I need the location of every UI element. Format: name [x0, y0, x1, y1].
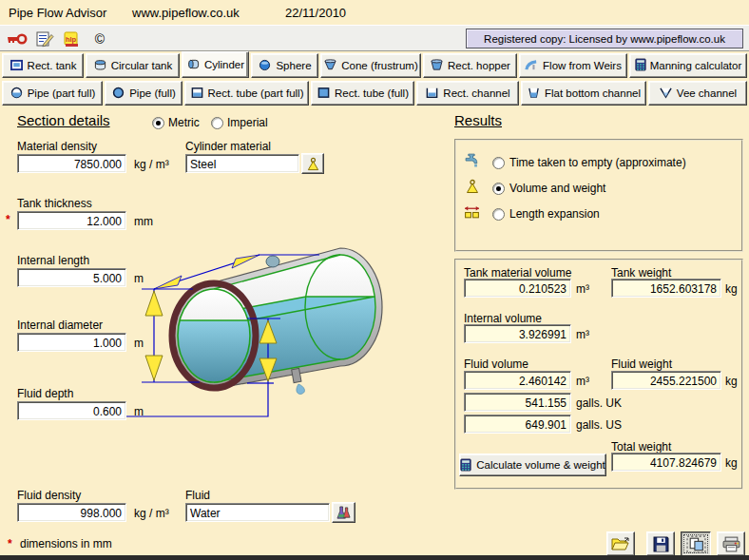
window-bottom-edge: [0, 555, 749, 560]
fluid-density-input[interactable]: 998.000: [17, 503, 126, 522]
tab-label: Cylinder: [204, 59, 244, 70]
material-picker-button[interactable]: [301, 153, 324, 174]
title-bar: Pipe Flow Advisor www.pipeflow.co.uk 22/…: [0, 0, 749, 25]
fluid-volume-unit: m³: [576, 375, 589, 388]
fluid-depth-label: Fluid depth: [17, 387, 73, 400]
tab-manning-calculator[interactable]: Manning calculator: [629, 53, 747, 78]
footnote-text: dimensions in mm: [20, 537, 112, 550]
tab-rect-tank[interactable]: Rect. tank: [2, 53, 84, 78]
imperial-radio[interactable]: [211, 117, 223, 129]
circular-tank-icon: [93, 59, 107, 73]
metric-radio[interactable]: [152, 117, 164, 129]
help-icon[interactable]: hlp: [59, 29, 84, 48]
cylinder-tank-diagram: [86, 245, 447, 435]
tab-pipe-full[interactable]: Pipe (full): [105, 81, 182, 106]
results-heading: Results: [454, 112, 502, 128]
total-weight-value: 4107.824679: [611, 453, 721, 472]
fluid-weight-unit: kg: [725, 375, 738, 388]
cylinder-icon: [186, 58, 201, 72]
tab-rect-hopper[interactable]: Rect. hopper: [423, 53, 517, 78]
tab-label: Rect. channel: [443, 87, 509, 99]
tab-cone-frustrum[interactable]: Cone (frustrum): [320, 53, 421, 78]
copy-icon: [686, 535, 706, 553]
calculate-button-label: Calculate volume & weight: [476, 459, 605, 471]
length-expansion-label: Length expansion: [509, 207, 600, 221]
section-details-heading: Section details: [17, 112, 110, 128]
cylinder-material-input[interactable]: Steel: [185, 154, 299, 173]
tab-label: Flat bottom channel: [545, 87, 641, 99]
copyright-icon[interactable]: ©: [87, 29, 112, 48]
tab-label: Manning calculator: [650, 60, 742, 71]
calculate-button[interactable]: Calculate volume & weight: [459, 454, 606, 476]
internal-volume-value: 3.926991: [464, 324, 571, 343]
material-density-unit: kg / m³: [134, 158, 169, 171]
save-button[interactable]: [646, 531, 675, 556]
tap-icon: [464, 152, 480, 171]
tab-cylinder[interactable]: Cylinder: [182, 51, 249, 78]
tab-label: Vee channel: [677, 87, 737, 99]
rect-tube-part-full-icon: [190, 87, 204, 101]
volume-and-weight-radio[interactable]: [492, 183, 505, 195]
tab-label: Sphere: [276, 60, 311, 71]
tab-pipe-part-full[interactable]: Pipe (part full): [2, 81, 103, 106]
total-weight-label: Total weight: [611, 440, 671, 454]
tank-thickness-input[interactable]: 12.000: [17, 211, 126, 230]
weight-icon: [306, 157, 320, 171]
registered-copy-banner: Registered copy: Licensed by www.pipeflo…: [466, 29, 743, 48]
fluid-volume-us-value: 649.901: [464, 415, 571, 434]
rect-tube-full-icon: [317, 87, 331, 101]
fluid-weight-value: 2455.221500: [611, 371, 721, 390]
length-expansion-radio[interactable]: [492, 208, 505, 221]
copy-button[interactable]: [681, 531, 711, 556]
calculator-icon: [460, 458, 471, 472]
tab-circular-tank[interactable]: Circular tank: [86, 53, 180, 78]
fluid-volume-label: Fluid volume: [464, 357, 528, 371]
internal-volume-unit: m³: [576, 328, 589, 341]
footnote-asterisk: *: [8, 537, 12, 550]
svg-text:hlp: hlp: [66, 34, 77, 43]
key-icon[interactable]: [5, 29, 29, 48]
rect-tank-icon: [10, 59, 24, 73]
required-asterisk: *: [6, 213, 10, 226]
tank-thickness-label: Tank thickness: [17, 197, 92, 210]
tab-vee-channel[interactable]: Vee channel: [648, 81, 747, 106]
fluid-input[interactable]: Water: [185, 503, 330, 522]
vee-channel-icon: [659, 87, 673, 101]
top-toolbar: hlp © Registered copy: Licensed by www.p…: [0, 25, 749, 51]
flask-icon: [336, 506, 352, 520]
app-date: 22/11/2010: [285, 6, 346, 20]
sphere-icon: [258, 59, 272, 73]
rect-channel-icon: [425, 87, 439, 101]
print-button[interactable]: [717, 531, 745, 556]
pipe-part-full-icon: [10, 87, 24, 101]
notes-icon[interactable]: [32, 29, 57, 48]
total-weight-unit: kg: [725, 456, 738, 470]
internal-length-label: Internal length: [17, 254, 89, 267]
fluid-weight-label: Fluid weight: [611, 357, 672, 371]
fluid-picker-button[interactable]: [332, 502, 355, 523]
tab-flat-bottom-channel[interactable]: Flat bottom channel: [521, 81, 646, 106]
tab-rect-tube-full[interactable]: Rect. tube (full): [311, 81, 414, 106]
registered-copy-text: Registered copy: Licensed by www.pipeflo…: [484, 33, 725, 45]
calculator-icon: [635, 58, 646, 73]
flat-bottom-channel-icon: [527, 87, 541, 101]
tab-flow-from-weirs[interactable]: Flow from Weirs: [519, 53, 627, 78]
pipe-flow-advisor-window: Pipe Flow Advisor www.pipeflow.co.uk 22/…: [0, 0, 749, 560]
time-to-empty-label: Time taken to empty (approximate): [509, 156, 686, 169]
tab-rect-tube-part-full[interactable]: Rect. tube (part full): [184, 81, 309, 106]
tab-label: Cone (frustrum): [341, 60, 418, 71]
tab-rect-channel[interactable]: Rect. channel: [416, 81, 519, 106]
material-density-input[interactable]: 7850.000: [17, 154, 126, 173]
app-title: Pipe Flow Advisor: [9, 6, 106, 20]
tab-label: Rect. tank: [28, 60, 77, 71]
time-to-empty-radio[interactable]: [492, 157, 505, 169]
fluid-label: Fluid: [185, 489, 210, 502]
tab-label: Rect. hopper: [448, 60, 510, 71]
app-url: www.pipeflow.co.uk: [132, 6, 240, 20]
cone-icon: [323, 59, 337, 73]
tank-material-volume-value: 0.210523: [464, 279, 571, 298]
open-file-button[interactable]: [606, 531, 635, 556]
weir-icon: [525, 59, 539, 73]
tab-sphere[interactable]: Sphere: [251, 53, 318, 78]
fluid-density-label: Fluid density: [17, 489, 81, 502]
